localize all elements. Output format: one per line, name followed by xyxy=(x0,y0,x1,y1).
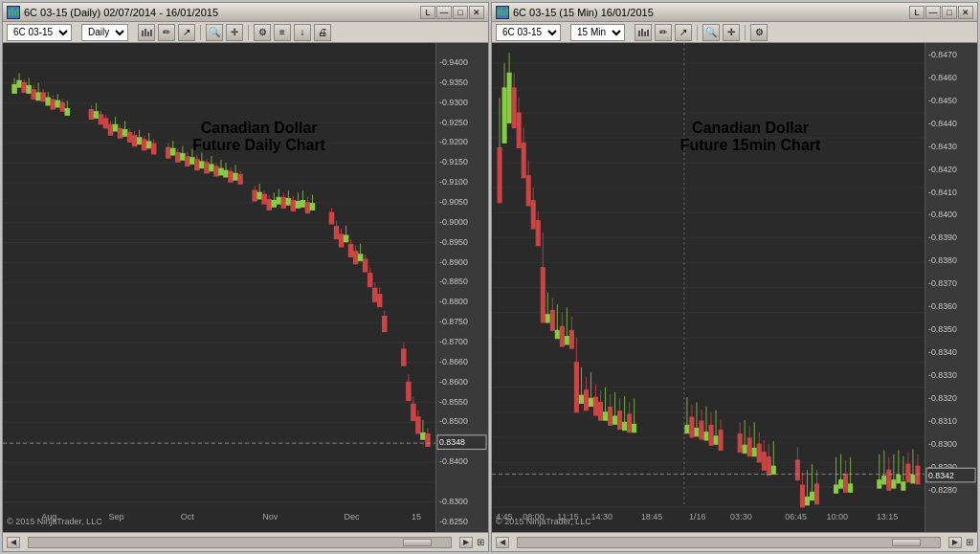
arrow-icon[interactable]: ↗ xyxy=(178,24,195,41)
daily-symbol-select[interactable]: 6C 03-15 xyxy=(7,24,72,41)
daily-btn-link[interactable]: L xyxy=(420,6,435,19)
toolbar-sep-1 xyxy=(200,25,201,40)
svg-rect-37 xyxy=(22,83,26,92)
export-icon[interactable]: ↓ xyxy=(294,24,311,41)
daily-title-text: 6C 03-15 (Daily) 02/07/2014 - 16/01/2015 xyxy=(24,7,416,18)
svg-rect-272 xyxy=(569,330,573,348)
svg-rect-73 xyxy=(128,133,132,142)
intraday-arrow-icon[interactable]: ↗ xyxy=(675,24,692,41)
intraday-timeframe-select[interactable]: 15 Min xyxy=(570,24,625,41)
svg-rect-352 xyxy=(882,476,886,484)
svg-rect-320 xyxy=(747,438,751,456)
svg-rect-53 xyxy=(60,103,64,111)
svg-rect-83 xyxy=(152,144,156,153)
daily-scroll-left[interactable]: ◀ xyxy=(7,537,20,548)
pencil-icon[interactable]: ✏ xyxy=(158,24,175,41)
svg-rect-366 xyxy=(916,466,920,484)
svg-rect-35 xyxy=(17,81,21,87)
daily-btn-close[interactable]: ✕ xyxy=(469,6,484,19)
svg-rect-306 xyxy=(700,421,703,439)
intraday-settings-icon[interactable]: ⚙ xyxy=(750,24,768,41)
intraday-price-axis: -0.8470 -0.8460 -0.8450 -0.8440 -0.8430 … xyxy=(924,43,977,532)
intraday-scroll-left[interactable]: ◀ xyxy=(496,537,509,548)
settings-icon[interactable]: ⚙ xyxy=(254,24,271,41)
intraday-chart-area: © 2015 NinjaTrader, LLC 4:45 08:00 11:15… xyxy=(492,43,977,532)
svg-text:-0.8390: -0.8390 xyxy=(928,233,957,242)
bar-chart-icon[interactable] xyxy=(138,24,155,41)
svg-text:-0.8450: -0.8450 xyxy=(928,95,957,104)
daily-btn-min[interactable]: — xyxy=(436,6,452,19)
svg-text:14:30: 14:30 xyxy=(590,512,612,521)
intraday-crosshair-icon[interactable]: ✛ xyxy=(723,24,740,41)
intraday-bar-chart-icon[interactable] xyxy=(635,24,652,41)
svg-text:-0.8340: -0.8340 xyxy=(928,347,957,357)
daily-scroll-right[interactable]: ▶ xyxy=(459,537,473,548)
svg-rect-49 xyxy=(51,100,55,108)
svg-rect-286 xyxy=(604,412,608,420)
svg-rect-244 xyxy=(502,88,506,143)
svg-text:-0.8800: -0.8800 xyxy=(439,297,468,306)
svg-rect-282 xyxy=(593,397,597,415)
daily-scroll-indicator: ⊞ xyxy=(477,537,484,547)
svg-rect-362 xyxy=(906,464,910,482)
svg-text:18:45: 18:45 xyxy=(641,512,663,521)
intraday-pencil-icon[interactable]: ✏ xyxy=(655,24,672,41)
svg-text:-0.8600: -0.8600 xyxy=(439,376,468,386)
svg-rect-105 xyxy=(214,166,218,175)
intraday-chart-svg: © 2015 NinjaTrader, LLC 4:45 08:00 11:15… xyxy=(492,43,924,532)
toolbar-sep-2 xyxy=(248,25,249,40)
svg-text:-0.9050: -0.9050 xyxy=(439,197,468,207)
intraday-btn-max[interactable]: □ xyxy=(942,6,957,19)
intraday-title-bar: 6C 03-15 (15 Min) 16/01/2015 L — □ ✕ xyxy=(492,3,977,22)
svg-text:-0.9400: -0.9400 xyxy=(439,57,468,67)
svg-rect-216 xyxy=(638,31,640,36)
properties-icon[interactable]: ≡ xyxy=(274,24,291,41)
intraday-scroll-right[interactable]: ▶ xyxy=(948,537,962,548)
print-icon[interactable]: 🖨 xyxy=(314,24,331,41)
svg-text:-0.9250: -0.9250 xyxy=(439,117,468,126)
intraday-btn-min[interactable]: — xyxy=(925,6,941,19)
svg-rect-264 xyxy=(550,310,554,330)
intraday-toolbar: 6C 03-15 15 Min ✏ ↗ 🔍 ✛ ⚙ xyxy=(492,22,977,43)
svg-rect-113 xyxy=(234,174,237,180)
svg-rect-161 xyxy=(373,289,377,302)
svg-text:-0.8750: -0.8750 xyxy=(439,317,468,326)
svg-rect-298 xyxy=(633,424,636,432)
svg-rect-332 xyxy=(795,460,799,480)
svg-text:03:30: 03:30 xyxy=(730,512,752,521)
svg-rect-171 xyxy=(412,405,415,421)
zoom-icon[interactable]: 🔍 xyxy=(206,24,223,41)
svg-rect-214 xyxy=(503,11,505,15)
daily-timeframe-select[interactable]: Daily xyxy=(81,24,128,41)
svg-text:-0.8900: -0.8900 xyxy=(439,256,468,266)
svg-rect-111 xyxy=(229,172,233,182)
svg-rect-358 xyxy=(897,476,901,483)
svg-rect-143 xyxy=(330,212,334,223)
svg-text:-0.9100: -0.9100 xyxy=(439,177,468,187)
svg-rect-260 xyxy=(541,268,545,322)
daily-btn-max[interactable]: □ xyxy=(453,6,468,19)
svg-rect-280 xyxy=(589,398,592,406)
daily-scroll-thumb[interactable] xyxy=(403,539,432,546)
daily-title-icon xyxy=(7,6,20,19)
intraday-btn-close[interactable]: ✕ xyxy=(958,6,973,19)
intraday-scroll-thumb[interactable] xyxy=(892,539,921,546)
crosshair-icon[interactable]: ✛ xyxy=(226,24,243,41)
svg-rect-63 xyxy=(103,119,107,127)
daily-chart-footer: ◀ ▶ ⊞ xyxy=(3,532,488,551)
intraday-symbol-select[interactable]: 6C 03-15 xyxy=(496,24,561,41)
svg-rect-292 xyxy=(618,411,622,430)
svg-rect-153 xyxy=(354,252,358,264)
svg-rect-169 xyxy=(407,383,411,401)
svg-rect-129 xyxy=(281,198,285,208)
intraday-scrollbar[interactable] xyxy=(517,537,941,548)
daily-scrollbar[interactable] xyxy=(28,537,452,548)
svg-rect-302 xyxy=(690,417,694,437)
intraday-btn-link[interactable]: L xyxy=(909,6,924,19)
svg-text:Sep: Sep xyxy=(108,512,123,521)
svg-rect-304 xyxy=(695,429,699,436)
svg-rect-45 xyxy=(41,93,45,100)
intraday-chart-window: 6C 03-15 (15 Min) 16/01/2015 L — □ ✕ 6C … xyxy=(491,2,978,552)
intraday-zoom-icon[interactable]: 🔍 xyxy=(702,24,720,41)
svg-rect-115 xyxy=(238,175,242,184)
